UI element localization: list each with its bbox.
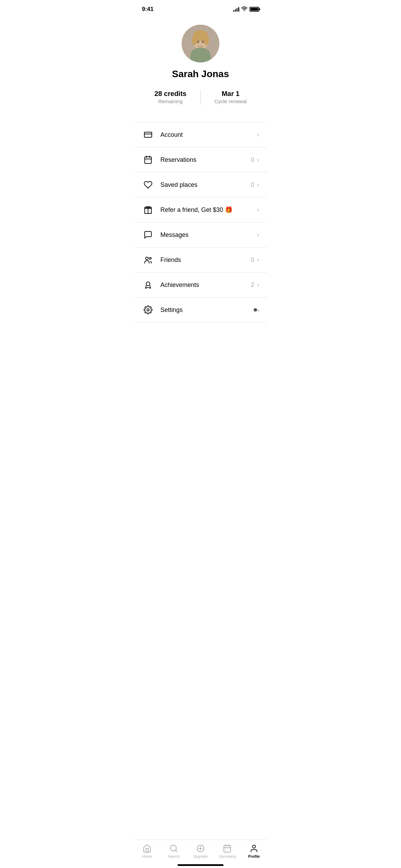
svg-point-8 (197, 41, 199, 43)
gear-icon (142, 304, 154, 316)
svg-rect-10 (144, 132, 152, 137)
status-bar: 9:41 (134, 0, 267, 16)
chevron-right-icon: › (257, 256, 259, 264)
menu-list: Account › Reservations 0 › Saved places … (134, 122, 267, 323)
credits-value: 28 credits (155, 90, 186, 98)
heart-icon (142, 179, 154, 191)
battery-icon (250, 7, 259, 12)
svg-point-7 (191, 48, 210, 60)
message-icon (142, 229, 154, 241)
account-label: Account (160, 131, 257, 138)
friends-icon (142, 254, 154, 266)
saved-places-label: Saved places (160, 181, 251, 189)
user-name: Sarah Jonas (172, 69, 229, 80)
achievement-icon (142, 279, 154, 291)
renewal-stat: Mar 1 Cycle renewal (208, 90, 254, 104)
avatar (182, 25, 219, 62)
menu-item-achievements[interactable]: Achievements 2 › (134, 273, 267, 298)
profile-section: Sarah Jonas 28 credits Remaining Mar 1 C… (134, 16, 267, 122)
menu-item-settings[interactable]: Settings › (134, 298, 267, 323)
svg-point-9 (202, 41, 204, 43)
friends-badge: 0 (251, 256, 254, 264)
chevron-right-icon: › (257, 181, 259, 189)
svg-point-20 (146, 282, 150, 286)
credits-label: Remaining (158, 98, 183, 104)
saved-places-badge: 0 (251, 181, 254, 189)
svg-point-6 (204, 35, 209, 45)
gift-icon (142, 204, 154, 216)
renewal-date: Mar 1 (222, 90, 240, 98)
calendar-icon (142, 154, 154, 166)
achievements-label: Achievements (160, 281, 251, 289)
menu-item-messages[interactable]: Messages › (134, 222, 267, 248)
renewal-label: Cycle renewal (215, 98, 247, 104)
chevron-right-icon: › (257, 306, 259, 314)
svg-point-21 (147, 309, 149, 311)
refer-label: Refer a friend, Get $30 🎁 (160, 206, 257, 214)
reservations-label: Reservations (160, 156, 251, 164)
svg-point-19 (149, 257, 151, 259)
settings-label: Settings (160, 306, 252, 314)
credits-stat: 28 credits Remaining (147, 90, 194, 104)
svg-rect-12 (145, 157, 151, 164)
svg-point-0 (244, 10, 245, 11)
card-icon (142, 129, 154, 141)
stats-row: 28 credits Remaining Mar 1 Cycle renewal (134, 86, 267, 108)
menu-item-refer[interactable]: Refer a friend, Get $30 🎁 › (134, 197, 267, 222)
chevron-right-icon: › (257, 206, 259, 214)
menu-item-reservations[interactable]: Reservations 0 › (134, 147, 267, 172)
svg-point-18 (146, 257, 148, 260)
menu-item-friends[interactable]: Friends 0 › (134, 248, 267, 273)
chevron-right-icon: › (257, 281, 259, 289)
signal-bars-icon (233, 7, 239, 12)
chevron-right-icon: › (257, 156, 259, 164)
chevron-right-icon: › (257, 131, 259, 138)
status-time: 9:41 (142, 6, 154, 13)
friends-label: Friends (160, 256, 251, 264)
achievements-badge: 2 (251, 281, 254, 289)
status-icons (233, 7, 259, 12)
menu-item-saved-places[interactable]: Saved places 0 › (134, 172, 267, 197)
reservations-badge: 0 (251, 156, 254, 164)
stat-divider (200, 90, 201, 105)
wifi-icon (241, 7, 247, 12)
notification-dot (254, 308, 257, 312)
chevron-right-icon: › (257, 231, 259, 239)
menu-item-account[interactable]: Account › (134, 122, 267, 147)
messages-label: Messages (160, 231, 257, 239)
svg-point-5 (192, 35, 197, 45)
